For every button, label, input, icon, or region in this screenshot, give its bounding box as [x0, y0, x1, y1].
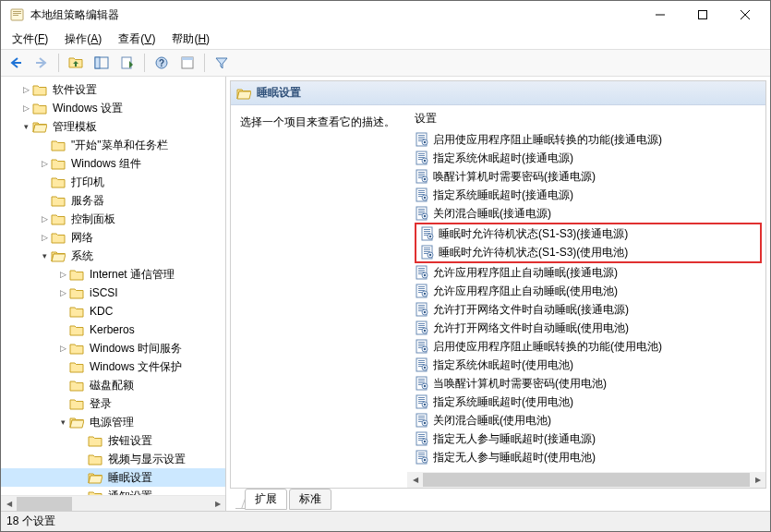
- policy-icon: [415, 450, 429, 465]
- scroll-thumb[interactable]: [17, 497, 72, 511]
- policy-icon: [415, 413, 429, 428]
- policy-item[interactable]: 当唤醒计算机时需要密码(使用电池): [411, 374, 765, 393]
- show-hide-tree-button[interactable]: [90, 52, 113, 74]
- policy-label: 唤醒计算机时需要密码(接通电源): [433, 169, 596, 185]
- tree-item-系统[interactable]: ▾系统: [1, 247, 225, 265]
- menu-action[interactable]: 操作(A): [57, 30, 109, 49]
- policy-label: 启用使应用程序阻止睡眠转换的功能(使用电池): [433, 339, 662, 355]
- tree-item-打印机[interactable]: 打印机: [1, 173, 225, 191]
- policy-item[interactable]: 指定系统休眠超时(使用电池): [411, 356, 765, 374]
- policy-item[interactable]: 关闭混合睡眠(接通电源): [411, 204, 765, 223]
- policy-label: 启用使应用程序阻止睡眠转换的功能(接通电源): [433, 132, 662, 148]
- policy-icon: [415, 206, 429, 221]
- policy-item[interactable]: 指定系统睡眠超时(使用电池): [411, 393, 765, 411]
- policy-icon: [420, 226, 435, 241]
- expand-icon[interactable]: ▷: [38, 231, 51, 244]
- folder-icon: [51, 212, 66, 225]
- filter-button[interactable]: [211, 52, 233, 74]
- maximize-button[interactable]: [681, 1, 724, 29]
- right-pane: 睡眠设置 选择一个项目来查看它的描述。 设置 启用使应用程序阻止睡眠转换的功能(…: [226, 77, 770, 511]
- tree-item-开始菜单和任务栏[interactable]: "开始"菜单和任务栏: [1, 136, 225, 154]
- scroll-right-icon[interactable]: ▶: [750, 472, 765, 488]
- minimize-button[interactable]: [639, 1, 681, 29]
- policy-icon: [415, 284, 429, 298]
- tree-item-windows组件[interactable]: ▷Windows 组件: [1, 154, 225, 173]
- policy-item[interactable]: 允许打开网络文件时自动睡眠(接通电源): [411, 300, 765, 319]
- tree-item-电源管理[interactable]: ▾电源管理: [1, 413, 225, 431]
- collapse-icon[interactable]: ▾: [19, 120, 32, 133]
- list-horizontal-scrollbar[interactable]: ◀ ▶: [407, 472, 765, 488]
- expand-icon[interactable]: ▷: [38, 212, 51, 225]
- tree-item-按钮设置[interactable]: 按钮设置: [1, 431, 225, 450]
- policy-item[interactable]: 允许应用程序阻止自动睡眠(使用电池): [411, 282, 765, 300]
- tree-item-通知设置[interactable]: 通知设置: [1, 487, 225, 495]
- tree-item-internet通信管理[interactable]: ▷Internet 通信管理: [1, 265, 225, 284]
- nav-back-button[interactable]: [5, 52, 27, 74]
- policy-item[interactable]: 指定系统休眠超时(接通电源): [411, 149, 765, 167]
- tree-horizontal-scrollbar[interactable]: ◀ ▶: [1, 495, 225, 511]
- scroll-left-icon[interactable]: ◀: [1, 496, 17, 512]
- policy-item[interactable]: 允许应用程序阻止自动睡眠(接通电源): [411, 263, 765, 282]
- policy-item[interactable]: 允许打开网络文件时自动睡眠(使用电池): [411, 319, 765, 337]
- tree-item-windows设置[interactable]: ▷Windows 设置: [1, 99, 225, 117]
- policy-item[interactable]: 指定系统睡眠超时(接通电源): [411, 186, 765, 204]
- expand-icon[interactable]: ▷: [19, 102, 32, 115]
- scroll-left-icon[interactable]: ◀: [407, 472, 423, 488]
- scroll-right-icon[interactable]: ▶: [210, 496, 225, 512]
- close-button[interactable]: [724, 1, 766, 29]
- tree-scroll[interactable]: ▷软件设置 ▷Windows 设置 ▾管理模板 "开始"菜单和任务栏 ▷Wind…: [1, 77, 225, 495]
- settings-list[interactable]: 启用使应用程序阻止睡眠转换的功能(接通电源)指定系统休眠超时(接通电源)唤醒计算…: [407, 130, 765, 472]
- expand-icon[interactable]: ▷: [56, 286, 69, 299]
- policy-item[interactable]: 指定无人参与睡眠超时(使用电池): [411, 448, 765, 466]
- tree-item-服务器[interactable]: 服务器: [1, 191, 225, 210]
- menu-help[interactable]: 帮助(H): [164, 30, 217, 49]
- tree-item-windows文件保护[interactable]: Windows 文件保护: [1, 357, 225, 376]
- folder-icon: [69, 342, 84, 355]
- tree-item-软件设置[interactable]: ▷软件设置: [1, 80, 225, 99]
- policy-item[interactable]: 睡眠时允许待机状态(S1-S3)(使用电池): [416, 243, 760, 261]
- expand-icon[interactable]: ▷: [19, 83, 32, 96]
- collapse-icon[interactable]: ▾: [38, 249, 51, 262]
- tree-item-kdc[interactable]: KDC: [1, 302, 225, 320]
- expand-icon[interactable]: ▷: [38, 157, 51, 170]
- window-title: 本地组策略编辑器: [30, 7, 639, 23]
- collapse-icon[interactable]: ▾: [56, 416, 69, 429]
- expand-icon[interactable]: ▷: [56, 342, 69, 355]
- up-one-level-button[interactable]: [65, 52, 87, 74]
- nav-forward-button[interactable]: [30, 52, 53, 74]
- policy-item[interactable]: 指定无人参与睡眠超时(接通电源): [411, 429, 765, 448]
- tree-item-控制面板[interactable]: ▷控制面板: [1, 210, 225, 228]
- tab-standard[interactable]: 标准: [289, 489, 331, 510]
- tree-item-管理模板[interactable]: ▾管理模板: [1, 117, 225, 136]
- tree-item-iscsi[interactable]: ▷iSCSI: [1, 284, 225, 302]
- policy-item[interactable]: 启用使应用程序阻止睡眠转换的功能(使用电池): [411, 337, 765, 356]
- settings-column-header[interactable]: 设置: [407, 105, 765, 130]
- menu-view[interactable]: 查看(V): [111, 30, 163, 49]
- tree-item-磁盘配额[interactable]: 磁盘配额: [1, 376, 225, 394]
- description-text: 选择一个项目来查看它的描述。: [240, 115, 397, 130]
- scroll-thumb[interactable]: [423, 473, 750, 487]
- policy-label: 睡眠时允许待机状态(S1-S3)(使用电池): [439, 245, 628, 260]
- export-list-button[interactable]: [116, 52, 139, 74]
- policy-item[interactable]: 睡眠时允许待机状态(S1-S3)(接通电源): [416, 224, 760, 243]
- svg-rect-18: [182, 57, 193, 60]
- menu-file[interactable]: 文件(F): [5, 30, 55, 49]
- policy-icon: [420, 245, 435, 260]
- policy-item[interactable]: 关闭混合睡眠(使用电池): [411, 411, 765, 429]
- tree-item-windows时间服务[interactable]: ▷Windows 时间服务: [1, 339, 225, 357]
- policy-icon: [415, 394, 429, 409]
- policy-icon: [415, 169, 429, 184]
- tree-item-睡眠设置[interactable]: 睡眠设置: [1, 468, 225, 487]
- policy-icon: [415, 151, 429, 165]
- policy-item[interactable]: 启用使应用程序阻止睡眠转换的功能(接通电源): [411, 130, 765, 149]
- properties-button[interactable]: [176, 52, 199, 74]
- tree-item-kerberos[interactable]: Kerberos: [1, 320, 225, 339]
- tree-item-登录[interactable]: 登录: [1, 394, 225, 413]
- tree-item-视频与显示设置[interactable]: 视频与显示设置: [1, 450, 225, 468]
- policy-label: 允许打开网络文件时自动睡眠(使用电池): [433, 320, 629, 336]
- policy-item[interactable]: 唤醒计算机时需要密码(接通电源): [411, 167, 765, 186]
- expand-icon[interactable]: ▷: [56, 268, 69, 281]
- tab-extended[interactable]: 扩展: [245, 489, 287, 510]
- tree-item-网络[interactable]: ▷网络: [1, 228, 225, 247]
- help-button[interactable]: ?: [151, 52, 173, 74]
